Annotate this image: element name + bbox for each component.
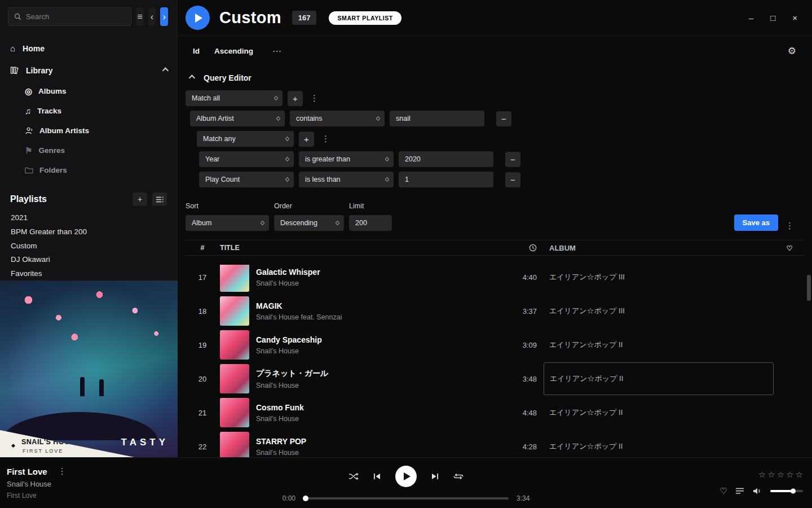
minimize-button[interactable]: –	[749, 13, 753, 23]
list-icon	[156, 196, 164, 203]
sort-select[interactable]: Album	[186, 215, 269, 231]
order-select[interactable]: Descending	[274, 215, 344, 231]
search-box[interactable]	[8, 7, 131, 26]
column-header-favorite[interactable]: ♡	[774, 244, 805, 252]
save-menu-icon[interactable]: ⋮	[783, 221, 796, 231]
sidebar-item-genres[interactable]: ⚑ Genres	[0, 141, 177, 160]
column-header-duration[interactable]	[494, 244, 537, 252]
tracks-icon: ♫	[25, 107, 31, 115]
star-icon[interactable]: ☆	[786, 470, 793, 480]
group-rule-value-input[interactable]	[399, 151, 493, 167]
play-playlist-button[interactable]	[186, 6, 210, 30]
back-button[interactable]: ‹	[148, 7, 156, 26]
next-button[interactable]	[431, 472, 439, 480]
match-type-select[interactable]: Match all	[186, 90, 283, 106]
rule-menu-icon[interactable]: ⋮	[308, 93, 321, 103]
search-icon	[14, 13, 21, 20]
track-duration: 3:48	[494, 375, 537, 383]
scrollbar-thumb[interactable]	[807, 275, 811, 301]
more-options-icon[interactable]: ⋯	[272, 46, 283, 56]
group-match-type-select[interactable]: Match any	[197, 131, 294, 147]
rule-operator-select[interactable]: contains	[290, 111, 385, 126]
playlist-list-button[interactable]	[152, 192, 167, 206]
now-playing-menu-icon[interactable]: ⋮	[56, 466, 69, 476]
sidebar-item-home[interactable]: ⌂ Home	[0, 37, 177, 59]
group-rule-field-select[interactable]: Year	[199, 151, 294, 167]
sort-field-button[interactable]: Id	[193, 47, 200, 55]
rule-field-select[interactable]: Album Artist	[190, 111, 285, 126]
save-as-button[interactable]: Save as	[734, 214, 778, 231]
seek-bar[interactable]	[303, 497, 509, 500]
sidebar-item-albums[interactable]: ◎ Albums	[0, 81, 177, 101]
playlist-item-custom[interactable]: Custom	[0, 239, 177, 253]
collapse-query-editor-icon[interactable]	[189, 75, 195, 81]
close-button[interactable]: ×	[792, 13, 797, 23]
playlist-item-bpm[interactable]: BPM Greater than 200	[0, 225, 177, 239]
minus-icon: −	[510, 175, 515, 185]
remove-rule-button[interactable]: −	[496, 111, 511, 126]
group-rule-value-input[interactable]	[399, 172, 493, 187]
group-menu-icon[interactable]: ⋮	[319, 134, 332, 144]
playlist-item-dj-okawari[interactable]: DJ Okawari	[0, 252, 177, 266]
play-pause-button[interactable]	[395, 466, 417, 487]
add-rule-button[interactable]: +	[288, 91, 303, 106]
search-input[interactable]	[26, 12, 125, 21]
limit-label: Limit	[349, 202, 392, 210]
gear-icon[interactable]: ⚙	[788, 45, 796, 57]
star-icon[interactable]: ☆	[767, 470, 775, 480]
rating-stars: ☆ ☆ ☆ ☆ ☆	[758, 470, 803, 480]
table-row[interactable]: 22 STARRY POP Snail's House 4:28 エイリアン☆ポ…	[185, 430, 805, 457]
select-caret-icon	[386, 157, 389, 161]
column-header-title[interactable]: TITLE	[220, 244, 494, 252]
menu-button[interactable]: ≡	[136, 7, 144, 26]
star-icon[interactable]: ☆	[796, 470, 803, 480]
track-title: STARRY POP	[256, 437, 306, 446]
table-row[interactable]: 18 MAGIK Snail's House feat. Sennzai 3:3…	[185, 294, 805, 328]
add-playlist-button[interactable]: +	[133, 192, 147, 206]
seek-handle[interactable]	[303, 496, 308, 501]
sort-direction-button[interactable]: Ascending	[214, 47, 253, 55]
group-rule-operator-select[interactable]: is greater than	[299, 151, 394, 167]
sidebar-item-album-artists[interactable]: Album Artists	[0, 121, 177, 141]
track-album-focused[interactable]: エイリアン☆ポップ II	[544, 362, 774, 395]
star-icon[interactable]: ☆	[758, 470, 766, 480]
previous-button[interactable]	[373, 472, 381, 480]
sidebar-item-folders[interactable]: Folders	[0, 160, 177, 180]
table-row[interactable]: 19 Candy Spaceship Snail's House 3:09 エイ…	[185, 328, 805, 362]
table-row[interactable]: 21 Cosmo Funk Snail's House 4:48 エイリアン☆ポ…	[185, 396, 805, 430]
maximize-button[interactable]: □	[770, 13, 775, 23]
group-remove-rule-button[interactable]: −	[505, 172, 520, 187]
sidebar-item-library[interactable]: Library	[0, 59, 177, 81]
group-remove-rule-button[interactable]: −	[505, 152, 520, 167]
playlist-item-favorites[interactable]: Favorites	[0, 266, 177, 281]
favorite-button[interactable]: ♡	[720, 486, 727, 496]
group-add-rule-button[interactable]: +	[299, 132, 314, 147]
volume-handle[interactable]	[791, 489, 796, 494]
column-header-index[interactable]: #	[185, 244, 220, 252]
rule-value-input[interactable]	[390, 111, 484, 126]
volume-slider[interactable]	[770, 490, 803, 492]
group-rule-operator-select[interactable]: is less than	[299, 172, 394, 187]
repeat-button[interactable]	[453, 472, 464, 480]
query-editor-title: Query Editor	[204, 73, 251, 82]
playlist-item-2021[interactable]: 2021	[0, 211, 177, 225]
playlists-title: Playlists	[10, 194, 127, 204]
sidebar-item-tracks[interactable]: ♫ Tracks	[0, 101, 177, 121]
playlist-header: Custom 167 SMART PLAYLIST – □ ×	[178, 0, 812, 36]
chevron-up-icon[interactable]	[162, 67, 169, 73]
volume-button[interactable]	[753, 487, 762, 495]
star-icon[interactable]: ☆	[777, 470, 784, 480]
now-playing-info: First Love ⋮ Snail's House First Love	[0, 466, 180, 500]
genres-icon: ⚑	[25, 146, 32, 155]
sidebar-nav: ⌂ Home Library ◎ Albums ♫ Tracks Album A…	[0, 33, 177, 180]
limit-input[interactable]	[349, 215, 392, 231]
track-duration: 3:37	[494, 307, 537, 316]
shuffle-button[interactable]	[348, 472, 359, 480]
queue-button[interactable]	[736, 488, 744, 494]
table-row[interactable]: 20 プラネット・ガール Snail's House 3:48 エイリアン☆ポッ…	[185, 362, 805, 396]
forward-button[interactable]: ›	[160, 7, 168, 26]
sidebar: ≡ ‹ › ⌂ Home Library ◎ Albums ♫ Tracks	[0, 0, 178, 457]
column-header-album[interactable]: ALBUM	[537, 244, 774, 252]
group-rule-field-select[interactable]: Play Count	[199, 172, 294, 187]
table-row[interactable]: 17 Galactic Whisper Snail's House 4:40 エ…	[185, 265, 805, 294]
